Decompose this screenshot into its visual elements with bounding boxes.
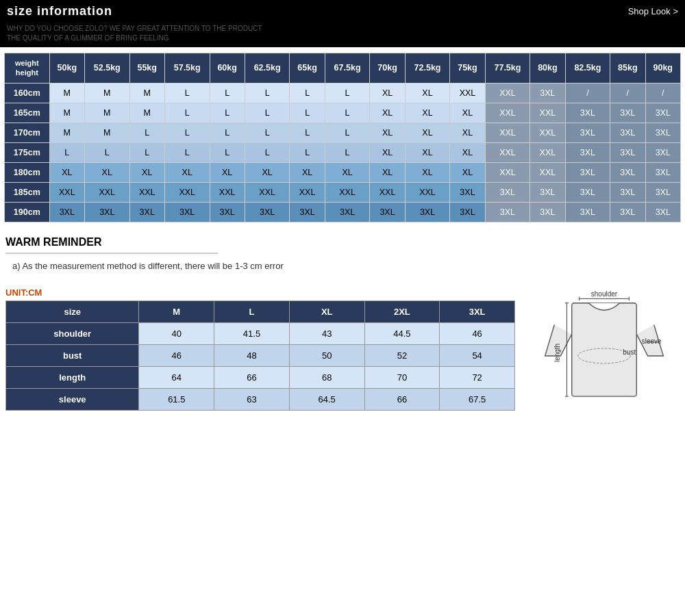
size-cell: XXL — [530, 103, 565, 123]
size-cell: L — [49, 142, 84, 162]
table-row: 185cmXXLXXLXXLXXLXXLXXLXXLXXLXXLXXL3XL3X… — [5, 182, 681, 202]
size-cell: XL — [405, 142, 450, 162]
warm-reminder-section: WARM REMINDER a) As the measurement meth… — [0, 228, 685, 277]
size-cell: 3XL — [565, 202, 610, 222]
weight-header: 65kg — [290, 53, 325, 84]
size-cell: XL — [450, 142, 485, 162]
size-cell: 3XL — [485, 202, 530, 222]
size-cell: 3XL — [210, 202, 245, 222]
size-cell: M — [49, 103, 84, 123]
size-cell: 3XL — [164, 202, 210, 222]
table-row: 175cmLLLLLLLLXLXLXLXXLXXL3XL3XL3XL — [5, 142, 681, 162]
size-cell: L — [210, 83, 245, 103]
sub-header-line1: WHY DO YOU CHOOSE ZOLO? WE PAY GREAT ATT… — [7, 24, 678, 34]
height-cell: 185cm — [5, 182, 50, 202]
table-row: 170cmMMLLLLLLXLXLXLXXLXXL3XL3XL3XL — [5, 123, 681, 142]
meas-value: 66 — [364, 388, 440, 410]
size-cell: 3XL — [645, 182, 680, 202]
measurements-area: UNIT:CM sizeMLXL2XL3XL shoulder4041.5434… — [5, 287, 515, 424]
meas-row: length6466687072 — [6, 366, 515, 388]
garment-diagram: shoulder length bust sleeve — [536, 287, 673, 424]
size-cell: XXL — [485, 142, 530, 162]
meas-value: 52 — [364, 344, 440, 366]
size-cell: 3XL — [565, 162, 610, 182]
size-cell: XL — [450, 103, 485, 123]
size-cell: XL — [405, 123, 450, 142]
size-cell: XXL — [530, 162, 565, 182]
height-cell: 160cm — [5, 83, 50, 103]
meas-value: 40 — [139, 322, 214, 344]
size-cell: L — [210, 103, 245, 123]
size-cell: XXL — [325, 182, 370, 202]
size-chart-section: weight height 50kg52.5kg55kg57.5kg60kg62… — [0, 47, 685, 228]
size-cell: XXL — [405, 182, 450, 202]
size-cell: 3XL — [645, 123, 680, 142]
size-cell: M — [84, 103, 129, 123]
meas-label: length — [6, 366, 139, 388]
size-cell: XL — [245, 162, 290, 182]
size-cell: L — [245, 83, 290, 103]
size-cell: 3XL — [565, 103, 610, 123]
meas-value: 46 — [139, 344, 214, 366]
size-cell: L — [210, 123, 245, 142]
size-cell: XL — [370, 142, 405, 162]
size-cell: 3XL — [610, 123, 645, 142]
weight-header: 72.5kg — [405, 53, 450, 84]
size-cell: XL — [84, 162, 129, 182]
size-cell: L — [290, 123, 325, 142]
size-cell: XL — [405, 83, 450, 103]
warm-reminder-title: WARM REMINDER — [5, 236, 218, 254]
size-cell: 3XL — [290, 202, 325, 222]
meas-value: 64 — [139, 366, 214, 388]
size-cell: 3XL — [645, 103, 680, 123]
size-cell: XXL — [49, 182, 84, 202]
size-cell: XXL — [210, 182, 245, 202]
size-cell: 3XL — [129, 202, 164, 222]
height-cell: 165cm — [5, 103, 50, 123]
meas-value: 48 — [214, 344, 290, 366]
meas-value: 43 — [289, 322, 364, 344]
size-cell: XL — [164, 162, 210, 182]
meas-row: shoulder4041.54344.546 — [6, 322, 515, 344]
size-cell: XXL — [485, 162, 530, 182]
size-cell: L — [84, 142, 129, 162]
size-cell: M — [84, 123, 129, 142]
shop-look-link[interactable]: Shop Look > — [628, 6, 678, 16]
meas-value: 66 — [214, 366, 290, 388]
weight-header: 90kg — [645, 53, 680, 84]
weight-header: 57.5kg — [164, 53, 210, 84]
size-cell: M — [49, 123, 84, 142]
meas-value: 46 — [440, 322, 515, 344]
size-cell: 3XL — [565, 142, 610, 162]
size-cell: 3XL — [610, 142, 645, 162]
meas-value: 72 — [440, 366, 515, 388]
size-cell: L — [325, 83, 370, 103]
size-cell: 3XL — [610, 162, 645, 182]
size-cell: 3XL — [530, 202, 565, 222]
size-cell: L — [245, 142, 290, 162]
sub-header: WHY DO YOU CHOOSE ZOLO? WE PAY GREAT ATT… — [0, 23, 685, 47]
meas-value: 41.5 — [214, 322, 290, 344]
meas-value: 63 — [214, 388, 290, 410]
size-cell: L — [325, 123, 370, 142]
meas-header-cell: 3XL — [440, 300, 515, 322]
size-cell: XL — [290, 162, 325, 182]
size-cell: / — [565, 83, 610, 103]
size-cell: XL — [370, 103, 405, 123]
table-row: 190cm3XL3XL3XL3XL3XL3XL3XL3XL3XL3XL3XL3X… — [5, 202, 681, 222]
weight-header: 50kg — [49, 53, 84, 84]
meas-value: 68 — [289, 366, 364, 388]
header: size information Shop Look > — [0, 0, 685, 23]
size-cell: L — [129, 142, 164, 162]
size-chart-table: weight height 50kg52.5kg55kg57.5kg60kg62… — [4, 53, 681, 222]
meas-header-cell: XL — [289, 300, 364, 322]
size-cell: L — [164, 83, 210, 103]
size-cell: L — [210, 142, 245, 162]
size-cell: 3XL — [450, 182, 485, 202]
meas-row: bust4648505254 — [6, 344, 515, 366]
bust-label: bust — [623, 348, 636, 356]
weight-header: 75kg — [450, 53, 485, 84]
weight-header: 67.5kg — [325, 53, 370, 84]
size-cell: L — [164, 103, 210, 123]
size-cell: XL — [49, 162, 84, 182]
